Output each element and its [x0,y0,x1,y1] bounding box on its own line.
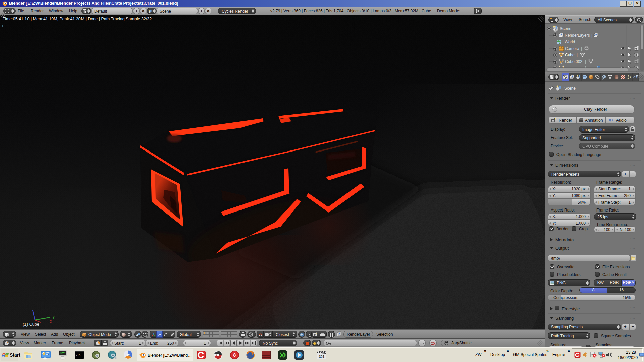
svg-text:|: | [577,53,578,57]
svg-text:Cube.002: Cube.002 [565,59,582,64]
svg-text:Scene: Scene [560,26,571,31]
svg-text:Cube: Cube [565,53,575,57]
svg-text:World: World [565,40,575,44]
svg-text:321: 321 [319,355,325,359]
svg-text:RenderLayers: RenderLayers [565,33,590,38]
svg-text:x: x [50,319,52,324]
svg-text:8: 8 [233,352,236,358]
svg-text:Camera: Camera [565,46,579,51]
svg-text:|: | [581,46,582,51]
svg-text:i: i [7,10,7,13]
svg-text:|: | [585,59,586,64]
svg-text:C:\_: C:\_ [76,353,82,356]
svg-text:y: y [53,314,55,319]
svg-text:|: | [591,33,592,38]
